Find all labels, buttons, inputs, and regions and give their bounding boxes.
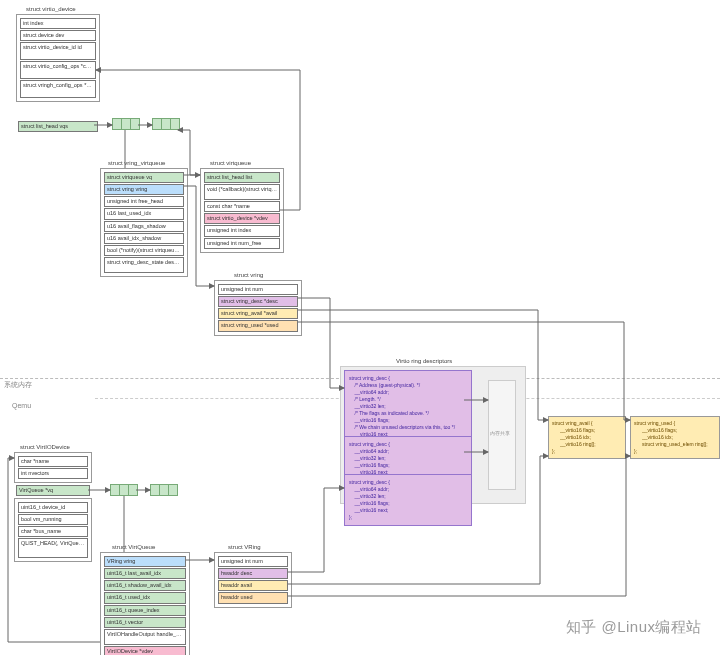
vq-f3: struct virtio_device *vdev (204, 213, 280, 224)
vq-f0: struct list_head list (204, 172, 280, 183)
listnode-b (152, 118, 180, 130)
vd-tail: struct list_head vqs (18, 121, 98, 132)
vqq-f0: VRing vring (104, 556, 186, 567)
vu-f1: __virtio16 idx; (634, 434, 716, 441)
vu-f0: __virtio16 flags; (634, 427, 716, 434)
title-ring-desc: Virtio ring descriptors (396, 358, 452, 364)
listnode-qb (150, 484, 178, 496)
vrq-f0: unsigned int num (218, 556, 288, 567)
vqq-f7: VirtIODevice *vdev (104, 646, 186, 655)
va-close: }; (552, 448, 622, 455)
vvq-f6: bool (*notify)(struct virtqueue *) (104, 245, 184, 256)
sv-f3: struct vring_used *used (218, 320, 298, 331)
box-vring-q: unsigned int num hwaddr desc hwaddr avai… (214, 552, 292, 608)
vq-f5: unsigned int num_free (204, 238, 280, 249)
sv-f0: unsigned int num (218, 284, 298, 295)
vdq-tail: VirtQueue *vq (16, 485, 90, 496)
vdq-f0: char *name (18, 456, 88, 467)
box-vring-used: struct vring_used { __virtio16 flags; __… (630, 416, 720, 459)
box-vring-avail: struct vring_avail { __virtio16 flags; _… (548, 416, 626, 459)
vdq-f2: uint16_t device_id (18, 502, 88, 513)
listnode-a (112, 118, 140, 130)
code-vring-desc-3: struct vring_desc { __virtio64 addr; __v… (344, 474, 472, 526)
title-virtio-device: struct virtio_device (26, 6, 76, 12)
listnode-qa (110, 484, 138, 496)
vu-title: struct vring_used { (634, 420, 716, 427)
vqq-f4: uint16_t queue_index (104, 605, 186, 616)
label-shared: 内存共享 (490, 430, 510, 436)
vvq-f4: u16 avail_flags_shadow (104, 221, 184, 232)
vrq-f3: hwaddr used (218, 592, 288, 603)
title-vring-q: struct VRing (228, 544, 261, 550)
vdq-f1: int nvectors (18, 468, 88, 479)
sv-f1: struct vring_desc *desc (218, 296, 298, 307)
box-struct-vring: unsigned int num struct vring_desc *desc… (214, 280, 302, 336)
vrq-f2: hwaddr avail (218, 580, 288, 591)
vvq-f1: struct vring vring (104, 184, 184, 195)
title-virtqueue: struct virtqueue (210, 160, 251, 166)
title-struct-vring: struct vring (234, 272, 263, 278)
vq-f1: void (*callback)(struct virtqueue *vq) (204, 184, 280, 200)
vvq-f7: struct vring_desc_state desc_state[] (104, 257, 184, 273)
vvq-f0: struct virtqueue vq (104, 172, 184, 183)
vvq-f2: unsigned int free_head (104, 196, 184, 207)
box-virtiodevice-q: char *name int nvectors (14, 452, 92, 483)
vdq-f3: bool vm_running (18, 514, 88, 525)
label-kernel: 系统内存 (4, 380, 32, 390)
box-virtqueue-q: VRing vring uint16_t last_avail_idx uint… (100, 552, 190, 655)
title-virtiodevice-q: struct VirtIODevice (20, 444, 70, 450)
box-vring-vq: struct virtqueue vq struct vring vring u… (100, 168, 188, 277)
vd-f4: struct vringh_config_ops *vringh_config (20, 80, 96, 98)
vdq-f5: QLIST_HEAD(, VirtQueue) *vector_queues (18, 538, 88, 558)
vu-close: }; (634, 448, 716, 455)
vvq-f5: u16 avail_idx_shadow (104, 233, 184, 244)
box-virtio-device: int index struct device dev struct virti… (16, 14, 100, 102)
title-virtqueue-q: struct VirtQueue (112, 544, 155, 550)
vqq-f5: uint16_t vector (104, 617, 186, 628)
vd-f0: int index (20, 18, 96, 29)
vq-f2: const char *name (204, 201, 280, 212)
vu-f2: struct vring_used_elem ring[]; (634, 441, 716, 448)
vrq-f1: hwaddr desc (218, 568, 288, 579)
vdq-f4: char *bus_name (18, 526, 88, 537)
vqq-f1: uint16_t last_avail_idx (104, 568, 186, 579)
va-f2: __virtio16 ring[]; (552, 441, 622, 448)
sv-f2: struct vring_avail *avail (218, 308, 298, 319)
box-virtiodevice-q2: uint16_t device_id bool vm_running char … (14, 498, 92, 562)
label-qemu: Qemu (12, 402, 31, 409)
title-vring-vq: struct vring_virtqueue (108, 160, 165, 166)
vd-f1: struct device dev (20, 30, 96, 41)
watermark: 知乎 @Linux编程站 (566, 618, 702, 637)
vd-f3: struct virtio_config_ops *config (20, 61, 96, 79)
vvq-f3: u16 last_used_idx (104, 208, 184, 219)
va-f1: __virtio16 idx; (552, 434, 622, 441)
vqq-f2: uint16_t shadow_avail_idx (104, 580, 186, 591)
box-virtqueue: struct list_head list void (*callback)(s… (200, 168, 284, 253)
va-title: struct vring_avail { (552, 420, 622, 427)
vd-f2: struct virtio_device_id id (20, 42, 96, 60)
vqq-f3: uint16_t used_idx (104, 592, 186, 603)
vqq-f6: VirtIOHandleOutput handle_output (104, 629, 186, 645)
vq-f4: unsigned int index (204, 225, 280, 236)
va-f0: __virtio16 flags; (552, 427, 622, 434)
